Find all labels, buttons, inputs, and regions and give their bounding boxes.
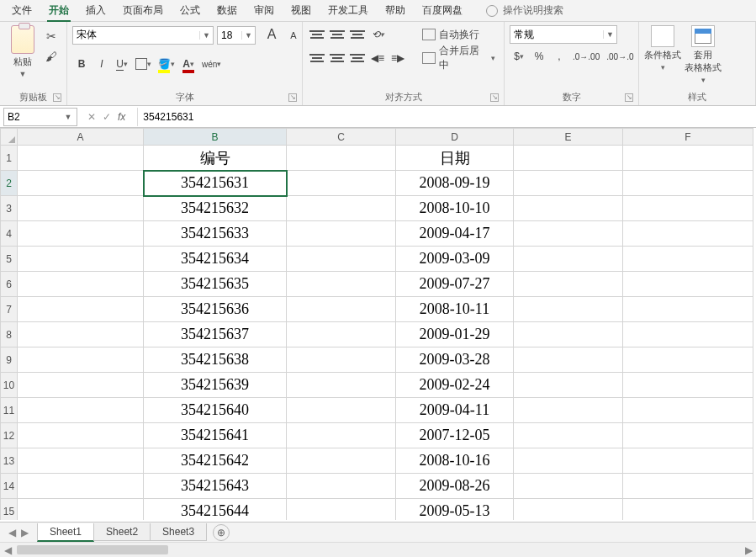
cell-A12[interactable] — [18, 423, 144, 448]
row-header-15[interactable]: 15 — [1, 499, 18, 521]
cell-A5[interactable] — [18, 247, 144, 272]
row-header-4[interactable]: 4 — [1, 221, 18, 247]
cell-A13[interactable] — [18, 448, 144, 474]
menu-insert[interactable]: 插入 — [77, 0, 114, 21]
cell-F2[interactable] — [623, 171, 753, 196]
row-header-1[interactable]: 1 — [1, 146, 18, 171]
cell-D4[interactable]: 2009-04-17 — [396, 221, 514, 247]
cell-B5[interactable]: 354215634 — [144, 247, 287, 272]
font-size-dropdown[interactable]: ▼ — [241, 31, 255, 40]
cell-B7[interactable]: 354215636 — [144, 297, 287, 322]
cell-D15[interactable]: 2009-05-13 — [396, 499, 514, 521]
cell-B9[interactable]: 354215638 — [144, 347, 287, 373]
increase-indent-button[interactable]: ≡▶ — [389, 49, 407, 67]
border-button[interactable]: ▾ — [133, 55, 154, 73]
cell-C5[interactable] — [287, 247, 396, 272]
cell-C6[interactable] — [287, 272, 396, 297]
sheet-tab-3[interactable]: Sheet3 — [150, 523, 207, 541]
cell-D2[interactable]: 2008-09-19 — [396, 171, 514, 196]
cell-F7[interactable] — [623, 297, 753, 322]
cell-B8[interactable]: 354215637 — [144, 322, 287, 347]
number-format-input[interactable] — [510, 26, 603, 43]
hscroll-left-button[interactable]: ◀ — [0, 543, 15, 557]
formula-input[interactable] — [137, 108, 756, 126]
row-header-11[interactable]: 11 — [1, 398, 18, 423]
sheet-nav-prev[interactable]: ◀ — [8, 527, 16, 538]
cell-B6[interactable]: 354215635 — [144, 272, 287, 297]
insert-function-button[interactable]: fx — [118, 111, 125, 123]
cell-E6[interactable] — [514, 272, 623, 297]
cell-C2[interactable] — [287, 171, 396, 196]
name-box[interactable]: ▼ — [3, 108, 77, 126]
sheet-tab-2[interactable]: Sheet2 — [93, 523, 151, 541]
sheet-tab-1[interactable]: Sheet1 — [37, 523, 94, 542]
sheet-nav-next[interactable]: ▶ — [21, 527, 29, 538]
decrease-indent-button[interactable]: ◀≡ — [368, 49, 387, 67]
format-as-table-button[interactable]: 套用 表格格式▾ — [685, 25, 722, 84]
cell-B13[interactable]: 354215642 — [144, 448, 287, 474]
paste-icon[interactable] — [11, 25, 34, 54]
cell-C10[interactable] — [287, 373, 396, 398]
cell-B10[interactable]: 354215639 — [144, 373, 287, 398]
cell-E15[interactable] — [514, 499, 623, 521]
column-header-A[interactable]: A — [18, 129, 144, 146]
cell-F12[interactable] — [623, 423, 753, 448]
align-bottom-button[interactable] — [348, 27, 367, 42]
row-header-13[interactable]: 13 — [1, 448, 18, 474]
hscroll-thumb[interactable] — [17, 545, 168, 554]
align-top-button[interactable] — [308, 27, 326, 42]
column-header-E[interactable]: E — [514, 129, 623, 146]
cell-F11[interactable] — [623, 398, 753, 423]
cell-E5[interactable] — [514, 247, 623, 272]
cell-F15[interactable] — [623, 499, 753, 521]
comma-format-button[interactable]: , — [550, 47, 568, 66]
menu-data[interactable]: 数据 — [209, 0, 246, 21]
row-header-14[interactable]: 14 — [1, 474, 18, 499]
column-header-D[interactable]: D — [396, 129, 514, 146]
underline-button[interactable]: U▾ — [113, 55, 131, 73]
cell-B3[interactable]: 354215632 — [144, 196, 287, 221]
row-header-9[interactable]: 9 — [1, 347, 18, 373]
cell-F5[interactable] — [623, 247, 753, 272]
name-box-input[interactable] — [4, 111, 61, 123]
phonetic-guide-button[interactable]: wén▾ — [199, 55, 224, 73]
cell-A7[interactable] — [18, 297, 144, 322]
cell-C13[interactable] — [287, 448, 396, 474]
cut-button[interactable]: ✂ — [44, 29, 59, 44]
row-header-10[interactable]: 10 — [1, 373, 18, 398]
menu-developer[interactable]: 开发工具 — [320, 0, 377, 21]
cell-C1[interactable] — [287, 146, 396, 171]
cell-A10[interactable] — [18, 373, 144, 398]
column-header-C[interactable]: C — [287, 129, 396, 146]
menu-page-layout[interactable]: 页面布局 — [114, 0, 172, 21]
hscroll-right-button[interactable]: ▶ — [741, 543, 756, 557]
cell-C7[interactable] — [287, 297, 396, 322]
cell-F9[interactable] — [623, 347, 753, 373]
cell-D6[interactable]: 2009-07-27 — [396, 272, 514, 297]
spreadsheet-grid[interactable]: ABCDEF1编号日期23542156312008-09-19335421563… — [0, 128, 756, 520]
cell-B4[interactable]: 354215633 — [144, 221, 287, 247]
column-header-F[interactable]: F — [623, 129, 753, 146]
cell-F14[interactable] — [623, 474, 753, 499]
menu-formulas[interactable]: 公式 — [172, 0, 209, 21]
wrap-text-button[interactable]: 自动换行 — [419, 25, 499, 44]
cell-F10[interactable] — [623, 373, 753, 398]
cell-D11[interactable]: 2009-04-11 — [396, 398, 514, 423]
horizontal-scrollbar[interactable]: ◀ ▶ — [0, 542, 756, 557]
fill-color-button[interactable]: 🪣▾ — [156, 55, 177, 73]
cell-D14[interactable]: 2009-08-26 — [396, 474, 514, 499]
cell-D9[interactable]: 2009-03-28 — [396, 347, 514, 373]
cell-F13[interactable] — [623, 448, 753, 474]
cell-B2[interactable]: 354215631 — [144, 171, 287, 196]
cell-A9[interactable] — [18, 347, 144, 373]
number-format-dropdown[interactable]: ▼ — [603, 30, 616, 39]
select-all-corner[interactable] — [1, 129, 18, 146]
cell-E7[interactable] — [514, 297, 623, 322]
cell-E13[interactable] — [514, 448, 623, 474]
number-dialog-launcher[interactable]: ↘ — [625, 93, 633, 102]
name-box-dropdown[interactable]: ▼ — [61, 113, 75, 121]
conditional-formatting-button[interactable]: 条件格式▾ — [644, 25, 681, 72]
italic-button[interactable]: I — [93, 55, 111, 73]
font-size-combo[interactable]: ▼ — [217, 26, 256, 45]
cell-F1[interactable] — [623, 146, 753, 171]
